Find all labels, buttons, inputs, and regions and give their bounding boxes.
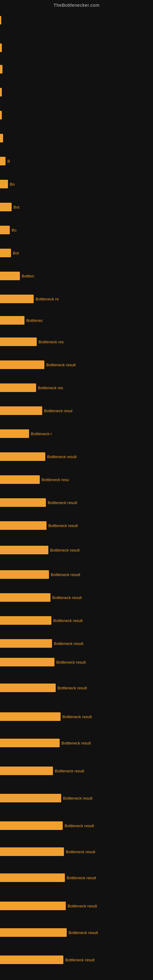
bar [0, 226, 10, 234]
bar-row: Bottleneck r [0, 428, 153, 439]
bar-row: Bot [0, 248, 153, 258]
bar-label: Bottleneck re [33, 297, 59, 301]
bar [0, 794, 61, 802]
bar [0, 337, 37, 346]
bar-row [0, 43, 153, 53]
bar [0, 546, 48, 554]
bar [0, 111, 2, 119]
bar-row: Bottleneck res [0, 382, 153, 393]
bar [0, 16, 1, 24]
bar [0, 249, 11, 257]
bar-label: Bottleneck result [52, 641, 83, 646]
bar-label: Bottleneck r [29, 431, 52, 436]
bar [0, 203, 12, 211]
bar-row: Bottleneck result [0, 901, 153, 911]
bar [0, 498, 46, 507]
bar [0, 406, 42, 415]
bar-label: Bottleneck res [36, 385, 63, 390]
bar-label: Bottleneck result [66, 904, 97, 908]
bar-label: Bottleneck result [65, 875, 96, 880]
bar-row: Bottleneck result [0, 545, 153, 555]
bar-row: Bottleneck result [0, 615, 153, 626]
bar [0, 847, 64, 856]
bar [0, 767, 53, 775]
bar [0, 928, 67, 937]
bar-row: Bottleneck result [0, 821, 153, 831]
bar [0, 956, 63, 964]
bar-label: Bottleneck result [51, 595, 82, 600]
bar-label: Bottleneck result [61, 714, 92, 719]
bar-label: Bottleneck result [48, 548, 80, 552]
bar-row: Bottleneck result [0, 711, 153, 722]
bar [0, 475, 40, 484]
bar-row: Bottlen [0, 271, 153, 281]
bar-label: Bottleneck result [45, 363, 76, 367]
bar-row: Bo [0, 179, 153, 189]
bar-label: Bottleneck result [67, 931, 98, 935]
bar [0, 65, 2, 73]
bar [0, 88, 2, 97]
bar-row: Bottleneck result [0, 360, 153, 370]
bar [0, 43, 2, 52]
bar-row: Bottleneck result [0, 738, 153, 748]
bar [0, 316, 24, 325]
bar [0, 684, 56, 692]
bar-row [0, 133, 153, 143]
bar-label: Bottlenec [24, 318, 43, 323]
bar-row [0, 110, 153, 120]
bar-label: Bottleneck result [49, 573, 80, 577]
bar [0, 616, 51, 625]
bar [0, 272, 20, 280]
bar-label: Bottleneck result [63, 824, 94, 828]
bar [0, 360, 45, 369]
bar-row [0, 87, 153, 97]
bar-row [0, 64, 153, 75]
bar-label: Bottleneck result [46, 500, 77, 505]
bar [0, 180, 8, 188]
bar-label: Bottleneck result [51, 618, 83, 623]
bar [0, 658, 54, 667]
bar-row: Bottleneck result [0, 766, 153, 776]
bar [0, 902, 66, 910]
bar [0, 430, 29, 438]
bar-row: Bottleneck result [0, 520, 153, 531]
bar-label: Bottleneck result [61, 796, 92, 800]
bar-label: Bottleneck result [53, 769, 84, 773]
bar-row: Bottleneck result [0, 569, 153, 580]
bar-label: Bottleneck result [63, 958, 94, 962]
bar-row: Bot [0, 202, 153, 212]
bar-row: Bottleneck result [0, 872, 153, 883]
bar-label: Bottleneck resu [40, 477, 69, 482]
bar-row: Bottleneck result [0, 793, 153, 803]
bar-row: B [0, 156, 153, 166]
site-title: TheBottlenecker.com [0, 0, 153, 9]
bar [0, 593, 51, 602]
bar-row: Bottleneck res [0, 337, 153, 347]
bar-label: Bottleneck result [45, 455, 76, 459]
bar [0, 739, 60, 747]
bar [0, 134, 3, 142]
bar-row: Bottleneck result [0, 955, 153, 965]
bar-row: Bottleneck resu [0, 474, 153, 485]
bar-row: Bottleneck re [0, 294, 153, 304]
bar-row: Bottleneck result [0, 657, 153, 667]
bar-label: Bottleneck result [54, 660, 86, 665]
bar-label: Bottleneck res [37, 340, 64, 344]
bar [0, 639, 52, 648]
bar [0, 712, 61, 721]
bar [0, 452, 45, 461]
bar-label: Bottleneck result [60, 741, 91, 745]
bar-label: B [5, 159, 10, 164]
bar-row: Bottleneck result [0, 638, 153, 649]
bar [0, 873, 65, 882]
bar-label: Bottleneck resul [42, 409, 73, 413]
bar-label: Bot [11, 251, 19, 255]
bar-label: Bottleneck result [56, 686, 87, 690]
bar-row: Bottleneck result [0, 928, 153, 938]
bar-label: Bo [10, 228, 16, 232]
bar-label: Bottleneck result [46, 523, 78, 528]
bar [0, 383, 36, 392]
bar [0, 157, 5, 165]
bar-row: Bottleneck resul [0, 406, 153, 416]
bar-row [0, 15, 153, 25]
